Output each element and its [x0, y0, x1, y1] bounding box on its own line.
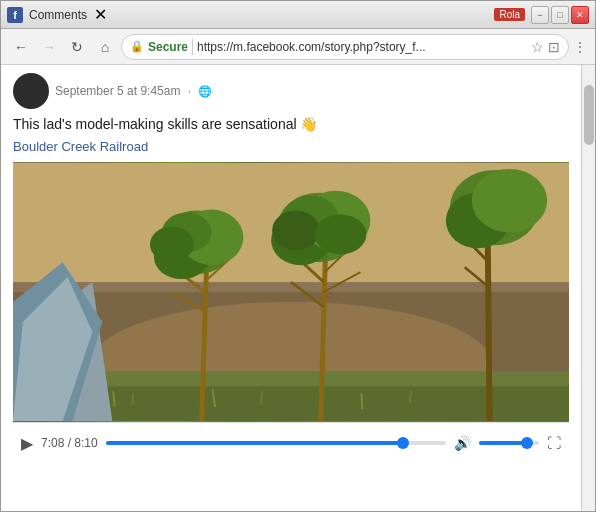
progress-fill	[106, 441, 404, 445]
titlebar: f Comments ✕ Rola − □ ✕	[1, 1, 595, 29]
rola-badge: Rola	[494, 8, 525, 21]
scrollbar-thumb[interactable]	[584, 85, 594, 145]
play-button[interactable]: ▶	[21, 434, 33, 453]
maximize-button[interactable]: □	[551, 6, 569, 24]
content-area: September 5 at 9:45am · 🌐 This lad's mod…	[1, 65, 595, 511]
tab-close-button[interactable]: ✕	[93, 8, 107, 22]
video-controls: ▶ 7:08 / 8:10 🔊 ⛶	[13, 422, 569, 464]
back-button[interactable]: ←	[9, 35, 33, 59]
time-display: 7:08 / 8:10	[41, 436, 98, 450]
avatar	[13, 73, 49, 109]
tab-title: Comments	[29, 8, 87, 22]
progress-bar[interactable]	[106, 441, 446, 445]
divider	[192, 39, 193, 55]
secure-label: Secure	[148, 40, 188, 54]
emoji: 👋	[300, 116, 317, 132]
window-controls: Rola − □ ✕	[494, 6, 589, 24]
browser-window: f Comments ✕ Rola − □ ✕ ← → ↻ ⌂ 🔒 Secure…	[0, 0, 596, 512]
minimize-button[interactable]: −	[531, 6, 549, 24]
bookmark-star-icon[interactable]: ☆	[531, 39, 544, 55]
close-button[interactable]: ✕	[571, 6, 589, 24]
post-time: September 5 at 9:45am · 🌐	[55, 84, 212, 98]
post-meta: September 5 at 9:45am · 🌐	[13, 73, 569, 109]
svg-point-34	[472, 168, 547, 232]
url-text: https://m.facebook.com/story.php?story_f…	[197, 40, 527, 54]
video-player: ▶ 7:08 / 8:10 🔊 ⛶	[13, 162, 569, 464]
volume-fill	[479, 441, 527, 445]
svg-point-17	[150, 226, 194, 262]
volume-icon[interactable]: 🔊	[454, 435, 471, 451]
video-frame	[13, 162, 569, 422]
forward-button[interactable]: →	[37, 35, 61, 59]
scrollbar[interactable]	[581, 65, 595, 511]
chrome-menu-icon[interactable]: ⋮	[573, 39, 587, 55]
reading-list-icon[interactable]: ⊡	[548, 39, 560, 55]
facebook-icon: f	[7, 7, 23, 23]
lock-icon: 🔒	[130, 40, 144, 53]
volume-bar[interactable]	[479, 441, 539, 445]
post-text: This lad's model-making skills are sensa…	[13, 115, 569, 135]
globe-icon: 🌐	[198, 85, 212, 98]
reload-button[interactable]: ↻	[65, 35, 89, 59]
navbar: ← → ↻ ⌂ 🔒 Secure https://m.facebook.com/…	[1, 29, 595, 65]
page-content: September 5 at 9:45am · 🌐 This lad's mod…	[1, 65, 581, 511]
volume-thumb[interactable]	[521, 437, 533, 449]
address-bar[interactable]: 🔒 Secure https://m.facebook.com/story.ph…	[121, 34, 569, 60]
video-scene-svg	[13, 162, 569, 422]
progress-thumb[interactable]	[397, 437, 409, 449]
svg-point-28	[315, 214, 367, 254]
post-time-container: September 5 at 9:45am · 🌐	[55, 84, 212, 98]
titlebar-left: f Comments ✕	[7, 7, 494, 23]
svg-line-29	[488, 222, 490, 421]
fullscreen-button[interactable]: ⛶	[547, 435, 561, 451]
post-link[interactable]: Boulder Creek Railroad	[13, 139, 569, 154]
svg-point-27	[272, 210, 320, 250]
home-button[interactable]: ⌂	[93, 35, 117, 59]
